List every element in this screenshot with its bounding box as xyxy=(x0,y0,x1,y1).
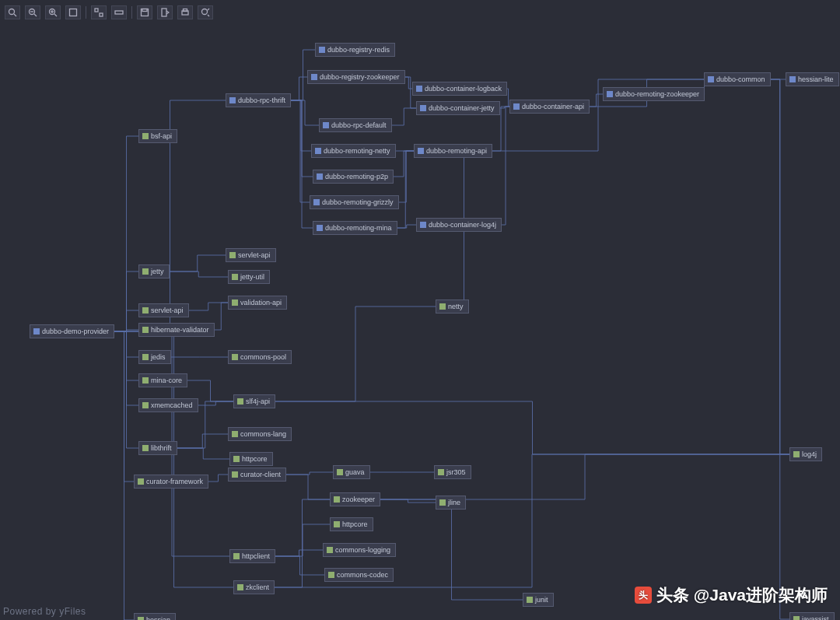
dep-node-common[interactable]: dubbo-common xyxy=(704,72,771,86)
edge xyxy=(394,151,414,177)
dep-node-hessian-lite[interactable]: hessian-lite xyxy=(786,72,839,86)
dep-node-curator-client[interactable]: curator-client xyxy=(228,468,286,482)
zoom-in-button[interactable] xyxy=(45,5,61,19)
dep-node-rem-p2p[interactable]: dubbo-remoting-p2p xyxy=(313,170,394,184)
dep-node-label: jetty xyxy=(151,267,164,276)
dep-node-rem-zk[interactable]: dubbo-remoting-zookeeper xyxy=(603,87,705,101)
dep-node-cont-logback[interactable]: dubbo-container-logback xyxy=(412,82,507,96)
dep-node-hessian[interactable]: hessian xyxy=(134,613,176,620)
module-icon xyxy=(323,122,329,128)
dep-node-jetty[interactable]: jetty xyxy=(138,264,170,278)
dep-node-jline[interactable]: jline xyxy=(436,496,466,510)
jar-icon xyxy=(328,572,334,578)
dep-node-slf4j[interactable]: slf4j-api xyxy=(233,394,275,408)
svg-rect-14 xyxy=(142,9,147,12)
dep-node-junit[interactable]: junit xyxy=(523,593,554,607)
dep-node-root[interactable]: dubbo-demo-provider xyxy=(30,324,114,338)
dep-node-rem-mina[interactable]: dubbo-remoting-mina xyxy=(313,221,397,235)
module-icon xyxy=(420,105,426,111)
dep-node-reg-zk[interactable]: dubbo-registry-zookeeper xyxy=(307,70,405,84)
dep-node-netty[interactable]: netty xyxy=(436,299,469,314)
zoom-reset-button[interactable] xyxy=(5,5,20,19)
dep-node-label: validation-api xyxy=(240,298,282,307)
jar-icon xyxy=(793,451,800,457)
dep-node-label: commons-logging xyxy=(335,545,390,555)
dep-node-label: commons-lang xyxy=(240,429,286,439)
edge xyxy=(397,151,414,228)
dep-node-bsf[interactable]: bsf-api xyxy=(138,129,177,143)
svg-rect-15 xyxy=(162,9,166,16)
dep-node-label: commons-codec xyxy=(337,570,388,580)
module-icon xyxy=(418,148,424,154)
edge xyxy=(291,77,307,100)
zoom-out-button[interactable] xyxy=(25,5,40,19)
dep-node-cont-api[interactable]: dubbo-container-api xyxy=(509,100,590,114)
dep-node-guava[interactable]: guava xyxy=(333,465,370,479)
edge xyxy=(502,107,509,225)
dep-node-label: dubbo-rpc-thrift xyxy=(238,96,285,105)
dep-node-mina-core[interactable]: mina-core xyxy=(138,373,187,387)
dep-node-commons-logging[interactable]: commons-logging xyxy=(323,543,396,557)
dep-node-label: dubbo-registry-redis xyxy=(327,45,390,54)
export-button[interactable] xyxy=(157,5,173,19)
layout-a-button[interactable] xyxy=(91,5,107,19)
dep-node-xmemcached[interactable]: xmemcached xyxy=(138,398,198,412)
layout-b-button[interactable] xyxy=(111,5,127,19)
jar-icon xyxy=(142,133,149,139)
dep-node-rpc-thrift[interactable]: dubbo-rpc-thrift xyxy=(226,93,291,107)
dep-node-libthrift[interactable]: libthrift xyxy=(138,441,177,455)
dep-node-rpc-default[interactable]: dubbo-rpc-default xyxy=(319,118,392,132)
show-deps-button[interactable] xyxy=(198,5,213,19)
watermark-logo-icon: 头 xyxy=(635,587,652,604)
dep-node-rem-netty[interactable]: dubbo-remoting-netty xyxy=(311,144,396,158)
dep-node-commons-lang[interactable]: commons-lang xyxy=(228,427,292,441)
edge xyxy=(275,556,324,575)
dep-node-servlet-api[interactable]: servlet-api xyxy=(138,303,189,317)
dep-node-label: log4j xyxy=(802,450,817,459)
edge xyxy=(208,475,228,482)
dep-node-servlet-api2[interactable]: servlet-api xyxy=(226,248,276,262)
jar-icon xyxy=(232,471,238,478)
dep-node-rem-api[interactable]: dubbo-remoting-api xyxy=(414,144,492,158)
dep-node-commons-pool[interactable]: commons-pool xyxy=(228,350,292,364)
dep-node-log4j[interactable]: log4j xyxy=(789,447,822,461)
edge xyxy=(215,303,228,330)
jar-icon xyxy=(793,616,800,620)
dep-node-curator-fw[interactable]: curator-framework xyxy=(134,475,208,489)
dep-node-hib-val[interactable]: hibernate-validator xyxy=(138,323,215,337)
watermark: 头 头条 @Java进阶架构师 xyxy=(635,584,828,606)
print-button[interactable] xyxy=(177,5,193,19)
edge xyxy=(275,306,436,401)
dep-node-validation[interactable]: validation-api xyxy=(228,296,287,310)
dep-node-label: dubbo-container-log4j xyxy=(429,220,496,229)
dep-node-httpclient[interactable]: httpclient xyxy=(229,549,275,563)
dep-node-httpcore2[interactable]: httpcore xyxy=(330,517,373,531)
dep-node-label: httpcore xyxy=(242,454,268,464)
dep-node-reg-redis[interactable]: dubbo-registry-redis xyxy=(315,43,395,57)
edge xyxy=(114,331,134,620)
fit-button[interactable] xyxy=(65,5,81,19)
dep-node-jetty-util[interactable]: jetty-util xyxy=(228,270,270,284)
edge xyxy=(114,310,138,331)
dep-node-jsr305[interactable]: jsr305 xyxy=(434,465,471,479)
dep-node-label: zkclient xyxy=(246,583,269,592)
dep-node-label: dubbo-container-logback xyxy=(425,84,502,93)
dep-node-label: dubbo-remoting-zookeeper xyxy=(615,89,699,99)
dependency-graph[interactable]: dubbo-demo-providerbsf-apidubbo-rpc-thri… xyxy=(0,0,840,620)
dep-node-zkclient[interactable]: zkclient xyxy=(233,580,275,594)
dep-node-javassist[interactable]: javassist xyxy=(789,612,835,620)
dep-node-label: curator-framework xyxy=(146,477,203,486)
jar-icon xyxy=(138,478,144,485)
dep-node-commons-codec[interactable]: commons-codec xyxy=(324,568,394,582)
module-icon xyxy=(708,76,714,82)
dep-node-label: junit xyxy=(535,595,548,604)
dep-node-cont-log4j[interactable]: dubbo-container-log4j xyxy=(416,218,502,232)
dep-node-label: servlet-api xyxy=(238,250,271,260)
dep-node-cont-jetty[interactable]: dubbo-container-jetty xyxy=(416,101,500,115)
dep-node-zookeeper[interactable]: zookeeper xyxy=(330,492,380,506)
dep-node-jedis[interactable]: jedis xyxy=(138,350,171,364)
dep-node-httpcore1[interactable]: httpcore xyxy=(229,452,273,466)
edge xyxy=(291,100,319,125)
dep-node-rem-grizzly[interactable]: dubbo-remoting-grizzly xyxy=(310,195,399,209)
save-button[interactable] xyxy=(137,5,152,19)
